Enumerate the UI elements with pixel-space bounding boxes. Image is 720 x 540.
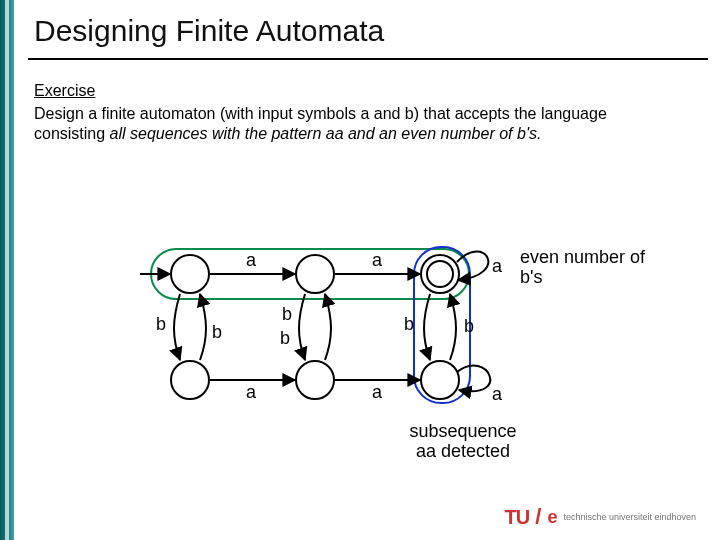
- left-accent-highlight: [5, 0, 9, 540]
- exercise-text-ital: all sequences with the pattern aa and an…: [110, 125, 542, 142]
- annotation-aa: subsequence aa detected: [398, 422, 528, 462]
- edge-label-a-3: a: [246, 382, 256, 403]
- edge-label-b-2: b: [212, 322, 222, 343]
- exercise-text: Design a finite automaton (with input sy…: [34, 104, 674, 144]
- title-divider: [28, 58, 708, 60]
- university-logo: TU/e technische universiteit eindhoven: [505, 504, 696, 530]
- logo-text-tu: TU: [505, 506, 530, 529]
- edge-label-a-2: a: [372, 250, 382, 271]
- logo-text-e: e: [547, 507, 557, 528]
- edge-label-b-3: b: [282, 304, 292, 325]
- edge-label-b-1: b: [156, 314, 166, 335]
- page-title: Designing Finite Automata: [34, 14, 700, 48]
- edge-label-a-1: a: [246, 250, 256, 271]
- logo-subtext: technische universiteit eindhoven: [563, 513, 696, 522]
- automaton-diagram: a a a b b b b b b a a a even number of b…: [120, 250, 640, 460]
- edge-label-b-5: b: [404, 314, 414, 335]
- exercise-heading: Exercise: [34, 82, 700, 100]
- edge-label-a-selfloop-bot: a: [492, 384, 502, 405]
- edge-label-b-6: b: [464, 316, 474, 337]
- logo-slash-icon: /: [535, 504, 541, 530]
- annotation-even-b: even number of b's: [520, 248, 660, 288]
- edge-label-a-4: a: [372, 382, 382, 403]
- edge-label-b-4: b: [280, 328, 290, 349]
- edge-label-a-selfloop-top: a: [492, 256, 502, 277]
